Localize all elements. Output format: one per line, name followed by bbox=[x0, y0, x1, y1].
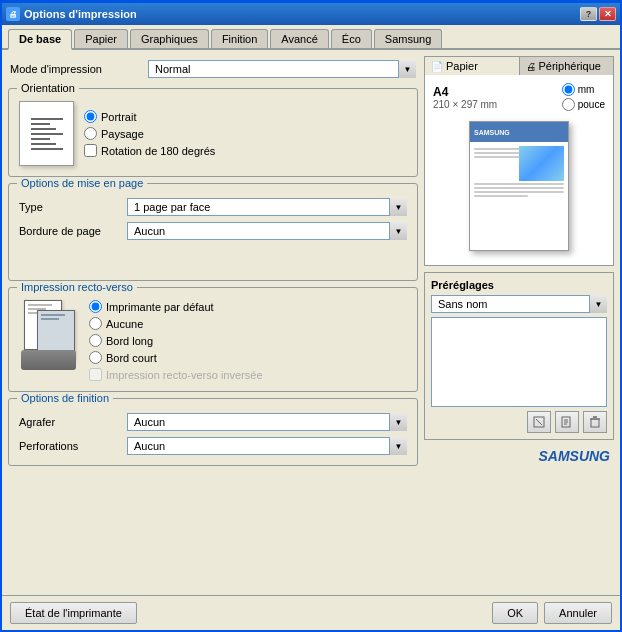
mode-impression-row: Mode d'impression Normal ▼ bbox=[8, 56, 418, 82]
unit-pouce-option[interactable]: pouce bbox=[562, 98, 605, 111]
bord-court-radio[interactable] bbox=[89, 351, 102, 364]
imprimante-option[interactable]: Imprimante par défaut bbox=[89, 300, 263, 313]
tab-avance[interactable]: Avancé bbox=[270, 29, 329, 48]
inversee-option[interactable]: Impression recto-verso inversée bbox=[89, 368, 263, 381]
orientation-preview bbox=[19, 101, 74, 166]
type-select[interactable]: 1 page par face bbox=[127, 198, 407, 216]
paper-tabs: 📄 Papier 🖨 Périphérique bbox=[424, 56, 614, 75]
unit-mm-radio[interactable] bbox=[562, 83, 575, 96]
agrafer-select-wrapper: Aucun ▼ bbox=[127, 413, 407, 431]
ok-button[interactable]: OK bbox=[492, 602, 538, 624]
left-panel: Mode d'impression Normal ▼ Orientation bbox=[8, 56, 418, 589]
rotation-option[interactable]: Rotation de 180 degrés bbox=[84, 144, 215, 157]
page-line-6 bbox=[31, 143, 57, 145]
tab-graphiques[interactable]: Graphiques bbox=[130, 29, 209, 48]
mise-en-page-label: Options de mise en page bbox=[17, 177, 147, 189]
bord-long-radio[interactable] bbox=[89, 334, 102, 347]
bord-long-option[interactable]: Bord long bbox=[89, 334, 263, 347]
peripherique-icon: 🖨 bbox=[526, 61, 536, 72]
perforations-select-wrapper: Aucun ▼ bbox=[127, 437, 407, 455]
etat-imprimante-button[interactable]: État de l'imprimante bbox=[10, 602, 137, 624]
recto-verso-label: Impression recto-verso bbox=[17, 281, 137, 293]
page-lines bbox=[27, 112, 67, 156]
paper-tab-peripherique-label: Périphérique bbox=[539, 60, 601, 72]
agrafer-select[interactable]: Aucun bbox=[127, 413, 407, 431]
tab-de-base[interactable]: De base bbox=[8, 29, 72, 50]
rotation-checkbox[interactable] bbox=[84, 144, 97, 157]
unit-mm-option[interactable]: mm bbox=[562, 83, 605, 96]
tab-eco[interactable]: Éco bbox=[331, 29, 372, 48]
aucune-radio[interactable] bbox=[89, 317, 102, 330]
type-select-wrapper: 1 page par face ▼ bbox=[127, 198, 407, 216]
close-button[interactable]: ✕ bbox=[599, 7, 616, 21]
preview-line-4 bbox=[474, 183, 564, 185]
paper-size-left: A4 210 × 297 mm bbox=[433, 85, 497, 110]
preview-logo-text: SAMSUNG bbox=[474, 129, 510, 136]
tab-papier[interactable]: Papier bbox=[74, 29, 128, 48]
svg-line-1 bbox=[536, 419, 542, 425]
edit-icon bbox=[561, 416, 573, 428]
paper-tab-papier[interactable]: 📄 Papier bbox=[425, 57, 520, 75]
page-line-3 bbox=[31, 128, 57, 130]
add-preset-button[interactable] bbox=[527, 411, 551, 433]
aucune-option[interactable]: Aucune bbox=[89, 317, 263, 330]
duplex-preview bbox=[19, 300, 79, 370]
paysage-radio[interactable] bbox=[84, 127, 97, 140]
preview-image bbox=[519, 146, 564, 181]
help-button[interactable]: ? bbox=[580, 7, 597, 21]
tab-finition[interactable]: Finition bbox=[211, 29, 268, 48]
perforations-select[interactable]: Aucun bbox=[127, 437, 407, 455]
annuler-button[interactable]: Annuler bbox=[544, 602, 612, 624]
paper-info: A4 210 × 297 mm mm pouce bbox=[424, 75, 614, 266]
duplex-printer bbox=[21, 350, 76, 370]
sans-nom-select-wrapper: Sans nom ▼ bbox=[431, 295, 607, 313]
page-line-7 bbox=[31, 148, 63, 150]
bord-court-option[interactable]: Bord court bbox=[89, 351, 263, 364]
preview-line-7 bbox=[474, 195, 528, 197]
bordure-select-wrapper: Aucun ▼ bbox=[127, 222, 407, 240]
perforations-row: Perforations Aucun ▼ bbox=[19, 437, 407, 455]
title-bar: 🖨 Options d'impression ? ✕ bbox=[2, 3, 620, 25]
finition-content: Agrafer Aucun ▼ Perforations Aucun bbox=[19, 413, 407, 455]
mode-impression-select[interactable]: Normal bbox=[148, 60, 416, 78]
sans-nom-select[interactable]: Sans nom bbox=[431, 295, 607, 313]
imprimante-radio[interactable] bbox=[89, 300, 102, 313]
inversee-label: Impression recto-verso inversée bbox=[106, 369, 263, 381]
page-line-1 bbox=[31, 118, 63, 120]
page-line-5 bbox=[31, 138, 50, 140]
bordure-select[interactable]: Aucun bbox=[127, 222, 407, 240]
prereglages-buttons bbox=[431, 411, 607, 433]
paysage-label: Paysage bbox=[101, 128, 144, 140]
page-preview-large: SAMSUNG bbox=[469, 121, 569, 251]
delete-icon bbox=[589, 416, 601, 428]
aucune-label: Aucune bbox=[106, 318, 143, 330]
finition-group: Options de finition Agrafer Aucun ▼ Perf… bbox=[8, 398, 418, 466]
delete-preset-button[interactable] bbox=[583, 411, 607, 433]
mode-impression-label: Mode d'impression bbox=[10, 63, 140, 75]
tab-samsung[interactable]: Samsung bbox=[374, 29, 442, 48]
window-title: Options d'impression bbox=[24, 8, 137, 20]
orientation-radios: Portrait Paysage Rotation de 180 degrés bbox=[84, 110, 215, 157]
svg-rect-6 bbox=[591, 419, 599, 427]
paysage-option[interactable]: Paysage bbox=[84, 127, 215, 140]
add-icon bbox=[533, 416, 545, 428]
type-label: Type bbox=[19, 201, 119, 213]
unit-pouce-radio[interactable] bbox=[562, 98, 575, 111]
agrafer-row: Agrafer Aucun ▼ bbox=[19, 413, 407, 431]
preview-line-6 bbox=[474, 191, 564, 193]
paper-size-row: A4 210 × 297 mm mm pouce bbox=[433, 83, 605, 111]
window: 🖨 Options d'impression ? ✕ De base Papie… bbox=[0, 0, 622, 632]
portrait-option[interactable]: Portrait bbox=[84, 110, 215, 123]
duplex-radios: Imprimante par défaut Aucune Bord long bbox=[89, 300, 263, 381]
bordure-label: Bordure de page bbox=[19, 225, 119, 237]
paper-tab-peripherique[interactable]: 🖨 Périphérique bbox=[520, 57, 614, 75]
orientation-group-label: Orientation bbox=[17, 82, 79, 94]
duplex-content: Imprimante par défaut Aucune Bord long bbox=[19, 300, 407, 381]
inversee-checkbox[interactable] bbox=[89, 368, 102, 381]
samsung-logo: SAMSUNG bbox=[424, 446, 614, 466]
edit-preset-button[interactable] bbox=[555, 411, 579, 433]
dialog-buttons: OK Annuler bbox=[492, 602, 612, 624]
bord-long-label: Bord long bbox=[106, 335, 153, 347]
prereglages-label: Préréglages bbox=[431, 279, 607, 291]
portrait-radio[interactable] bbox=[84, 110, 97, 123]
